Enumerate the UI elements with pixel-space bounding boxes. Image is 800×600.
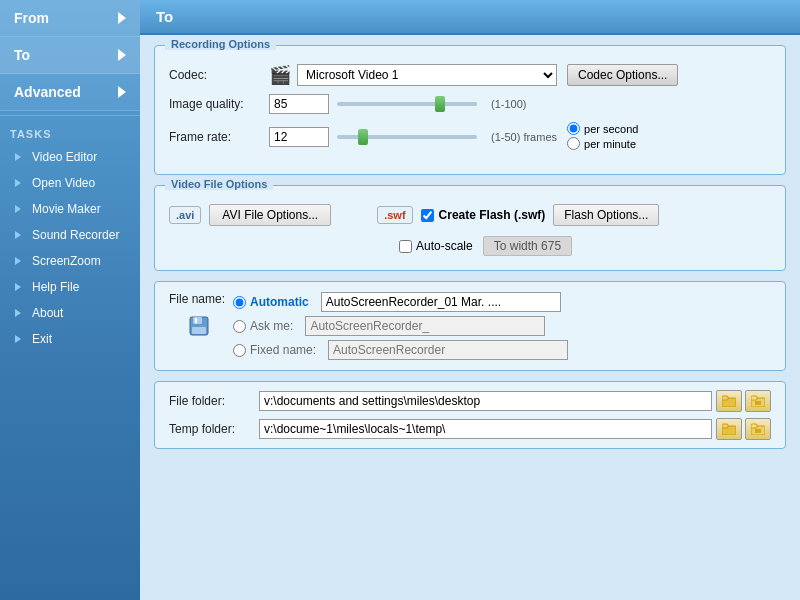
file-folder-open-button[interactable]	[716, 390, 742, 412]
image-quality-range: (1-100)	[491, 98, 526, 110]
sidebar-item-label: Sound Recorder	[32, 228, 119, 242]
temp-folder-input[interactable]	[259, 419, 712, 439]
movie-maker-icon	[10, 201, 26, 217]
codec-options-button[interactable]: Codec Options...	[567, 64, 678, 86]
filename-main-row: File name: Automatic	[169, 292, 771, 360]
sidebar-divider	[0, 115, 140, 116]
save-icon[interactable]	[185, 312, 213, 340]
sidebar-item-exit[interactable]: Exit	[0, 326, 140, 352]
folder-open-icon	[722, 395, 736, 407]
swf-badge: .swf	[377, 206, 412, 224]
askme-label-text: Ask me:	[250, 319, 293, 333]
create-flash-checkbox[interactable]	[421, 209, 434, 222]
flash-options-button[interactable]: Flash Options...	[553, 204, 659, 226]
image-quality-input[interactable]	[269, 94, 329, 114]
svg-rect-1	[193, 317, 202, 324]
sidebar-item-label: ScreenZoom	[32, 254, 101, 268]
image-quality-thumb[interactable]	[435, 96, 445, 112]
nav-from-label: From	[14, 10, 49, 26]
svg-rect-3	[195, 318, 197, 323]
codec-select[interactable]: Microsoft Video 1	[297, 64, 557, 86]
towidth-button[interactable]: To width 675	[483, 236, 572, 256]
sidebar-item-video-editor[interactable]: Video Editor	[0, 144, 140, 170]
per-second-radio[interactable]	[567, 122, 580, 135]
svg-rect-11	[722, 424, 728, 428]
nav-from-button[interactable]: From	[0, 0, 140, 37]
temp-folder-browse-icon	[751, 423, 765, 435]
image-quality-slider[interactable]	[337, 102, 477, 106]
screenzoom-icon	[10, 253, 26, 269]
sidebar-item-label: Help File	[32, 280, 79, 294]
panel-body: Recording Options Codec: 🎬 Microsoft Vid…	[140, 35, 800, 459]
nav-to-arrow-icon	[118, 49, 126, 61]
autoscale-label[interactable]: Auto-scale	[399, 239, 473, 253]
tasks-label: Tasks	[0, 120, 140, 144]
exit-icon	[10, 331, 26, 347]
autoscale-checkbox[interactable]	[399, 240, 412, 253]
per-minute-radio-label[interactable]: per minute	[567, 137, 638, 150]
temp-folder-row: Temp folder:	[169, 418, 771, 440]
frame-rate-input[interactable]	[269, 127, 329, 147]
video-file-options-content: .avi AVI File Options... .swf Create Fla…	[169, 196, 771, 256]
panel-title: To	[140, 0, 800, 35]
recording-options-section: Recording Options Codec: 🎬 Microsoft Vid…	[154, 45, 786, 175]
codec-label: Codec:	[169, 68, 269, 82]
per-minute-radio[interactable]	[567, 137, 580, 150]
sidebar-item-sound-recorder[interactable]: Sound Recorder	[0, 222, 140, 248]
sidebar-item-label: Open Video	[32, 176, 95, 190]
temp-folder-browse-button[interactable]	[745, 418, 771, 440]
about-icon	[10, 305, 26, 321]
sidebar-item-label: About	[32, 306, 63, 320]
open-video-icon	[10, 175, 26, 191]
automatic-option: Automatic	[233, 292, 568, 312]
recording-options-title: Recording Options	[165, 38, 276, 50]
file-folder-row: File folder:	[169, 390, 771, 412]
automatic-label-text: Automatic	[250, 295, 309, 309]
codec-row: Codec: 🎬 Microsoft Video 1 Codec Options…	[169, 64, 771, 86]
sidebar-item-open-video[interactable]: Open Video	[0, 170, 140, 196]
autoscale-text: Auto-scale	[416, 239, 473, 253]
video-file-options-section: Video File Options .avi AVI File Options…	[154, 185, 786, 271]
automatic-radio[interactable]	[233, 296, 246, 309]
fixed-radio-label[interactable]: Fixed name:	[233, 343, 316, 357]
sidebar-item-about[interactable]: About	[0, 300, 140, 326]
video-editor-icon	[10, 149, 26, 165]
sidebar-item-help-file[interactable]: Help File	[0, 274, 140, 300]
frame-rate-slider[interactable]	[337, 135, 477, 139]
sidebar-item-screenzoom[interactable]: ScreenZoom	[0, 248, 140, 274]
per-second-label: per second	[584, 123, 638, 135]
automatic-radio-label[interactable]: Automatic	[233, 295, 309, 309]
file-folder-label: File folder:	[169, 394, 259, 408]
svg-rect-2	[192, 327, 206, 334]
image-quality-label: Image quality:	[169, 97, 269, 111]
fixed-label-text: Fixed name:	[250, 343, 316, 357]
file-folder-input[interactable]	[259, 391, 712, 411]
main-panel: To Recording Options Codec: 🎬 Microsoft …	[140, 0, 800, 600]
video-file-options-title: Video File Options	[165, 178, 273, 190]
nav-to-label: To	[14, 47, 30, 63]
automatic-filename-input[interactable]	[321, 292, 561, 312]
sidebar-item-movie-maker[interactable]: Movie Maker	[0, 196, 140, 222]
codec-icon: 🎬	[269, 64, 291, 86]
avi-options-button[interactable]: AVI File Options...	[209, 204, 331, 226]
askme-option: Ask me:	[233, 316, 568, 336]
temp-folder-open-button[interactable]	[716, 418, 742, 440]
askme-filename-input[interactable]	[305, 316, 545, 336]
file-folder-browse-button[interactable]	[745, 390, 771, 412]
sidebar: From To Advanced Tasks Video Editor Open…	[0, 0, 140, 600]
frame-rate-thumb[interactable]	[358, 129, 368, 145]
fixed-option: Fixed name:	[233, 340, 568, 360]
help-file-icon	[10, 279, 26, 295]
fixed-filename-input[interactable]	[328, 340, 568, 360]
fixed-radio[interactable]	[233, 344, 246, 357]
askme-radio[interactable]	[233, 320, 246, 333]
per-second-radio-label[interactable]: per second	[567, 122, 638, 135]
frame-rate-unit-group: per second per minute	[567, 122, 638, 152]
per-minute-label: per minute	[584, 138, 636, 150]
nav-to-button[interactable]: To	[0, 37, 140, 74]
filename-section: File name: Automatic	[154, 281, 786, 371]
nav-advanced-button[interactable]: Advanced	[0, 74, 140, 111]
svg-rect-13	[751, 424, 757, 428]
askme-radio-label[interactable]: Ask me:	[233, 319, 293, 333]
create-flash-label[interactable]: Create Flash (.swf)	[421, 208, 546, 222]
